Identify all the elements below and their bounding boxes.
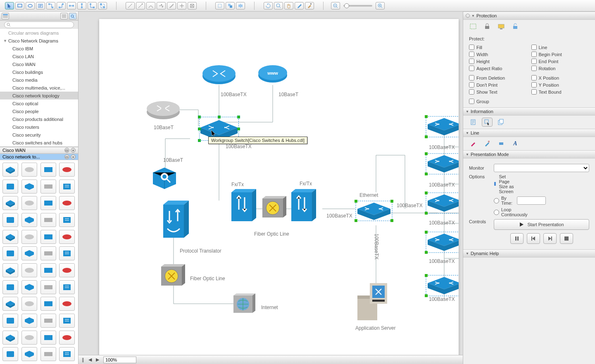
tree-item-cisco-network-topology[interactable]: Cisco network topology [0,92,78,99]
chk-width[interactable]: Width [469,52,527,57]
canvas-page[interactable]: www [99,19,459,355]
stencil-item[interactable] [59,331,75,345]
section-dynamic-help-header[interactable]: ▼Dynamic Help [463,249,595,258]
tree-item-cisco-media[interactable]: Cisco media [0,76,78,84]
stop-button[interactable] [560,233,573,244]
protect-select-icon[interactable] [468,22,478,31]
info-page-icon[interactable] [468,118,478,126]
tool-connector-a[interactable] [46,2,55,9]
stencil-item[interactable] [40,196,56,210]
library-search-input[interactable] [4,21,74,28]
tool-align-b[interactable] [226,2,235,9]
stencil-item[interactable] [2,163,18,177]
stencil-item[interactable] [59,314,75,328]
tool-line-f[interactable] [177,2,186,9]
stencil-item[interactable] [2,331,18,345]
stencil-item[interactable] [40,180,56,194]
tree-search-button[interactable] [69,13,76,19]
stencil-item[interactable] [21,230,37,244]
tree-item-cisco-wan[interactable]: Cisco WAN [0,60,78,68]
by-time-input[interactable] [517,196,546,205]
canvas-area[interactable]: www [79,12,463,355]
zoom-out-button[interactable] [331,2,340,9]
section-line-header[interactable]: ▼Line [463,129,595,137]
line-brush-icon[interactable] [482,139,492,148]
stencil-item[interactable] [21,297,37,311]
tree-item-cisco-people[interactable]: Cisco people [0,107,78,115]
tool-line-d[interactable] [157,2,166,9]
stencil-item[interactable] [59,297,75,311]
tool-line-g[interactable] [188,2,197,9]
chk-height[interactable]: Height [469,59,527,64]
stencil-item[interactable] [40,314,56,328]
stencil-item[interactable] [2,196,18,210]
prev-button[interactable] [527,233,540,244]
stencil-item[interactable] [40,297,56,311]
line-text-icon[interactable]: A [510,139,520,148]
info-pointer-icon[interactable] [482,118,492,126]
stencil-item[interactable] [2,314,18,328]
tree-item-cisco-ibm[interactable]: Cisco IBM [0,45,78,52]
stencil-item[interactable] [21,263,37,277]
chk-text-bound[interactable]: Text Bound [531,89,590,95]
close-icon[interactable]: × [71,148,76,153]
stencil-item[interactable] [2,180,18,194]
tree-view-button[interactable] [2,13,9,19]
tool-text[interactable] [36,2,45,9]
tool-line-b[interactable] [136,2,145,9]
stencil-item[interactable] [21,180,37,194]
protect-lock-icon[interactable] [482,22,492,31]
protect-unlock-icon[interactable] [510,22,520,31]
stencil-item[interactable] [2,246,18,260]
stencil-item[interactable] [59,163,75,177]
stencil-item[interactable] [2,213,18,227]
tool-rect[interactable] [15,2,24,9]
stencil-item[interactable] [59,196,75,210]
stencil-item[interactable] [2,347,18,361]
stencil-item[interactable] [40,163,56,177]
chk-aspect[interactable]: Aspect Ratio [469,66,527,71]
stencil-item[interactable] [21,331,37,345]
tool-connector-b[interactable] [57,2,66,9]
tree-item-circular-arrows[interactable]: Circular arrows diagrams [0,29,78,37]
monitor-select[interactable] [494,164,589,172]
chk-group[interactable]: Group [469,99,589,104]
tree-item-cisco-buildings[interactable]: Cisco buildings [0,68,78,76]
stencil-item[interactable] [21,280,37,294]
tree-item-cisco-multimedia[interactable]: Cisco multimedia, voice,... [0,84,78,92]
close-icon[interactable]: × [71,154,76,159]
stencil-item[interactable] [2,297,18,311]
tool-connector-group[interactable] [98,2,107,9]
stencil-item[interactable] [40,213,56,227]
tool-hand[interactable] [284,2,293,9]
stencil-item[interactable] [40,347,56,361]
tool-connector-c[interactable] [67,2,76,9]
chk-loop[interactable]: Loop Continuously [494,207,515,217]
chk-x-position[interactable]: X Position [531,75,590,80]
stencil-item[interactable] [2,230,18,244]
tree-item-cisco-switches[interactable]: Cisco switches and hubs [0,139,78,147]
page-nav-icon[interactable]: ‖ [82,357,84,362]
chk-end-point[interactable]: End Point [531,59,590,64]
tool-align-c[interactable] [236,2,245,9]
stencil-item[interactable] [40,246,56,260]
tool-style[interactable] [305,2,314,9]
chk-rotation[interactable]: Rotation [531,66,590,71]
section-information-header[interactable]: ▼Information [463,107,595,116]
tool-line-c[interactable] [146,2,155,9]
tool-align-a[interactable] [215,2,224,9]
section-protection-header[interactable]: ▼Protection [463,12,595,20]
chk-show-text[interactable]: Show Text [469,89,527,95]
tool-connector-e[interactable] [88,2,97,9]
stencil-item[interactable] [59,180,75,194]
protect-screen-icon[interactable] [496,22,506,31]
tree-item-cisco-lan[interactable]: Cisco LAN [0,52,78,60]
tool-ellipse[interactable] [26,2,35,9]
pin-icon[interactable]: ▭ [64,148,69,153]
stencil-item[interactable] [21,196,37,210]
chk-dont-print[interactable]: Don't Print [469,82,527,87]
page-next-icon[interactable]: ▶ [96,357,99,362]
tree-item-cisco-security[interactable]: Cisco security [0,131,78,139]
stencil-item[interactable] [40,280,56,294]
stencil-item[interactable] [59,263,75,277]
